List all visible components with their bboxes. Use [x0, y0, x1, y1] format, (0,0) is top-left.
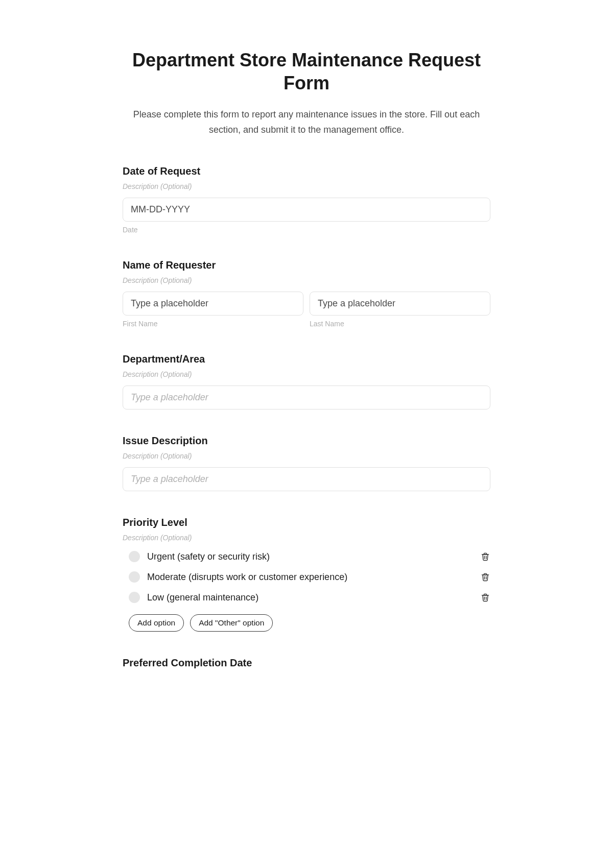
- trash-icon[interactable]: [480, 592, 490, 602]
- radio-row-moderate: Moderate (disrupts work or customer expe…: [129, 571, 490, 583]
- label-department-area: Department/Area: [123, 353, 490, 365]
- sublabel-date: Date: [123, 226, 490, 234]
- radio-label-moderate[interactable]: Moderate (disrupts work or customer expe…: [147, 572, 473, 583]
- section-preferred-completion: Preferred Completion Date: [123, 657, 490, 669]
- radio-row-low: Low (general maintenance): [129, 592, 490, 603]
- label-date-of-request: Date of Request: [123, 165, 490, 177]
- add-option-button[interactable]: Add option: [129, 614, 184, 632]
- description-date-of-request[interactable]: Description (Optional): [123, 182, 490, 190]
- last-name-input[interactable]: [310, 292, 490, 316]
- first-name-input[interactable]: [123, 292, 303, 316]
- section-date-of-request: Date of Request Description (Optional) D…: [123, 165, 490, 234]
- trash-icon[interactable]: [480, 572, 490, 582]
- radio-circle-icon[interactable]: [129, 551, 140, 562]
- form-intro: Please complete this form to report any …: [123, 107, 490, 137]
- section-issue-description: Issue Description Description (Optional): [123, 435, 490, 491]
- radio-circle-icon[interactable]: [129, 571, 140, 583]
- section-priority-level: Priority Level Description (Optional) Ur…: [123, 517, 490, 632]
- radio-label-urgent[interactable]: Urgent (safety or security risk): [147, 551, 473, 562]
- description-priority-level[interactable]: Description (Optional): [123, 534, 490, 542]
- sublabel-first-name: First Name: [123, 320, 303, 328]
- radio-row-urgent: Urgent (safety or security risk): [129, 551, 490, 562]
- date-of-request-input[interactable]: [123, 198, 490, 222]
- description-department-area[interactable]: Description (Optional): [123, 370, 490, 378]
- radio-circle-icon[interactable]: [129, 592, 140, 603]
- description-name-of-requester[interactable]: Description (Optional): [123, 276, 490, 284]
- label-issue-description: Issue Description: [123, 435, 490, 447]
- label-preferred-completion: Preferred Completion Date: [123, 657, 490, 669]
- section-department-area: Department/Area Description (Optional): [123, 353, 490, 409]
- description-issue-description[interactable]: Description (Optional): [123, 452, 490, 460]
- radio-label-low[interactable]: Low (general maintenance): [147, 592, 473, 603]
- section-name-of-requester: Name of Requester Description (Optional)…: [123, 259, 490, 328]
- sublabel-last-name: Last Name: [310, 320, 490, 328]
- form-title: Department Store Maintenance Request For…: [123, 49, 490, 94]
- trash-icon[interactable]: [480, 551, 490, 562]
- add-other-option-button[interactable]: Add "Other" option: [190, 614, 273, 632]
- department-area-input[interactable]: [123, 385, 490, 409]
- label-priority-level: Priority Level: [123, 517, 490, 528]
- label-name-of-requester: Name of Requester: [123, 259, 490, 271]
- issue-description-input[interactable]: [123, 467, 490, 491]
